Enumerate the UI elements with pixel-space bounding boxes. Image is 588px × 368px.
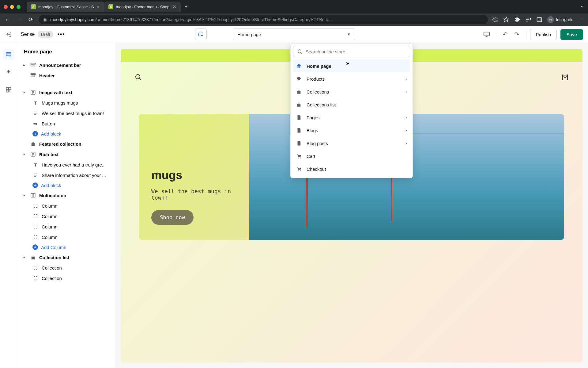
- page-selector-dropdown[interactable]: Home page ▼: [233, 29, 355, 40]
- chevron-right-icon: ›: [405, 141, 407, 146]
- eye-off-icon[interactable]: [492, 17, 498, 23]
- save-button[interactable]: Save: [560, 29, 583, 40]
- add-block-button[interactable]: + Add block: [21, 129, 111, 139]
- block-label: Share information about your ...: [42, 173, 109, 178]
- tag-icon: [296, 76, 302, 82]
- add-block-button[interactable]: + Add block: [21, 180, 111, 190]
- block-column[interactable]: Column: [21, 211, 111, 221]
- section-rich-text[interactable]: ▾ Rich text: [21, 149, 111, 159]
- block-collection[interactable]: Collection: [21, 273, 111, 283]
- minimize-window[interactable]: [10, 5, 14, 9]
- section-featured-collection[interactable]: Featured collection: [21, 139, 111, 149]
- section-collection-list[interactable]: ▾ Collection list: [21, 252, 111, 263]
- redo-button[interactable]: ↷: [512, 29, 522, 39]
- dropdown-label: Pages: [307, 115, 320, 120]
- kebab-menu-icon[interactable]: ⋮: [578, 16, 584, 23]
- section-multicolumn[interactable]: ▾ Multicolumn: [21, 190, 111, 201]
- forward-button[interactable]: →: [15, 17, 23, 23]
- dropdown-search[interactable]: [293, 46, 410, 57]
- reload-button[interactable]: ⟳: [27, 16, 34, 23]
- dropdown-item-blog-posts[interactable]: Blog posts ›: [293, 137, 410, 150]
- more-actions-button[interactable]: •••: [58, 31, 65, 38]
- block-heading[interactable]: T Mugs mugs mugs: [21, 98, 111, 108]
- block-collection[interactable]: Collection: [21, 263, 111, 273]
- panel-icon[interactable]: [536, 17, 542, 23]
- incognito-icon: [547, 16, 554, 23]
- window-controls: [4, 5, 21, 9]
- browser-tab[interactable]: S moodjoy · Footer menu · Shopi ✕: [104, 2, 181, 12]
- dropdown-item-pages[interactable]: Pages ›: [293, 111, 410, 124]
- dropdown-item-blogs[interactable]: Blogs ›: [293, 124, 410, 137]
- editor-top-bar: Sense Draft ••• Home page ▼ ↶ ↷ Publish …: [0, 26, 588, 43]
- back-button[interactable]: ←: [4, 17, 11, 23]
- block-button[interactable]: Button: [21, 118, 111, 129]
- star-icon[interactable]: [503, 17, 509, 23]
- section-image-with-text[interactable]: ▾ Image with text: [21, 87, 111, 98]
- theme-settings-tab[interactable]: [3, 67, 14, 78]
- block-text[interactable]: We sell the best mugs in town!: [21, 108, 111, 118]
- block-column[interactable]: Column: [21, 201, 111, 211]
- address-bar: ← → ⟳ moodjoy.myshopify.com/admin/themes…: [0, 13, 588, 26]
- dropdown-item-products[interactable]: Products ›: [293, 72, 410, 85]
- extensions-icon[interactable]: [514, 17, 520, 23]
- tab-title: moodjoy · Footer menu · Shopi: [116, 5, 170, 9]
- dropdown-item-checkout[interactable]: Checkout: [293, 163, 410, 175]
- section-icon: [30, 89, 36, 95]
- browser-tab[interactable]: S moodjoy · Customize Sense · S ✕: [27, 2, 104, 12]
- block-column[interactable]: Column: [21, 221, 111, 232]
- chevron-down-icon[interactable]: [580, 5, 584, 9]
- chevron-down-icon: ▾: [23, 90, 27, 94]
- section-label: Announcement bar: [39, 63, 109, 68]
- shop-now-button[interactable]: Shop now: [151, 210, 194, 225]
- close-tab-icon[interactable]: ✕: [173, 4, 176, 9]
- sections-tab[interactable]: [3, 49, 14, 60]
- dropdown-item-collections[interactable]: Collections ›: [293, 85, 410, 98]
- undo-button[interactable]: ↶: [500, 29, 510, 39]
- block-heading[interactable]: T Have you ever had a truly gre...: [21, 159, 111, 170]
- search-icon[interactable]: [134, 73, 142, 81]
- dropdown-label: Collections: [307, 89, 329, 94]
- add-label: Add block: [41, 183, 109, 188]
- desktop-preview-button[interactable]: [481, 29, 492, 40]
- exit-editor-button[interactable]: [5, 29, 16, 40]
- section-label: Featured collection: [39, 141, 109, 147]
- inspector-toggle-button[interactable]: [195, 29, 207, 40]
- heading-icon: T: [32, 100, 39, 106]
- svg-rect-11: [31, 63, 36, 64]
- close-window[interactable]: [4, 5, 8, 9]
- dropdown-item-home[interactable]: Home page: [293, 59, 410, 72]
- block-column[interactable]: Column: [21, 232, 111, 242]
- url-input[interactable]: moodjoy.myshopify.com/admin/themes/13614…: [39, 15, 488, 24]
- collection-icon: [30, 254, 36, 260]
- dropdown-item-collections-list[interactable]: Collections list: [293, 98, 410, 111]
- block-label: Collection: [42, 276, 109, 281]
- maximize-window[interactable]: [17, 5, 21, 9]
- blog-post-icon: [296, 140, 302, 146]
- shopify-favicon: S: [31, 4, 36, 9]
- block-text[interactable]: Share information about your ...: [21, 170, 111, 180]
- dropdown-label: Products: [307, 76, 325, 82]
- svg-rect-10: [6, 90, 8, 92]
- section-header[interactable]: Header: [21, 70, 111, 81]
- close-tab-icon[interactable]: ✕: [96, 4, 100, 9]
- block-label: Column: [42, 203, 109, 209]
- shopify-favicon: S: [108, 4, 113, 9]
- add-label: Add block: [41, 131, 109, 136]
- cart-icon[interactable]: [561, 73, 569, 81]
- add-column-button[interactable]: + Add Column: [21, 242, 111, 252]
- section-announcement-bar[interactable]: ▸ Announcement bar: [21, 60, 111, 70]
- search-input[interactable]: [306, 49, 406, 54]
- svg-rect-4: [484, 32, 489, 36]
- hero-subtitle: We sell the best mugs in town!: [151, 188, 237, 201]
- chevron-down-icon: ▾: [23, 255, 27, 259]
- playlist-icon[interactable]: [525, 17, 531, 23]
- dropdown-item-cart[interactable]: Cart: [293, 150, 410, 163]
- lock-icon: [43, 17, 47, 22]
- app-embeds-tab[interactable]: [3, 84, 14, 95]
- publish-button[interactable]: Publish: [530, 29, 557, 40]
- collection-icon: [296, 102, 302, 107]
- new-tab-button[interactable]: +: [184, 4, 188, 10]
- expand-icon: [32, 265, 39, 271]
- incognito-label: Incognito: [556, 17, 573, 22]
- draft-badge: Draft: [38, 31, 53, 38]
